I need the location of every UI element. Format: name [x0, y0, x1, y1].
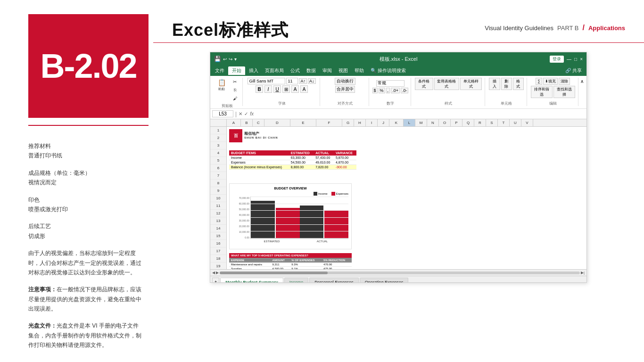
menu-page-layout[interactable]: 页面布局	[262, 67, 287, 74]
exp-pct-1: 9.3%	[289, 263, 322, 267]
cut-button[interactable]: ✂	[230, 78, 240, 85]
cell-reference-input[interactable]	[212, 110, 233, 117]
logo-box: 百	[229, 129, 242, 142]
format-painter-button[interactable]: 🖌	[230, 95, 240, 102]
tab-monthly-budget[interactable]: Monthly Budget Summary	[220, 278, 283, 283]
clear-button[interactable]: 清除	[559, 78, 570, 85]
sheet-logo: 百 顺佰地产 SHUN BAI DI CHAN	[229, 129, 278, 142]
autosum-button[interactable]: ∑	[536, 78, 542, 85]
paste-button[interactable]: 📋 粘贴	[215, 78, 229, 93]
row-6: 6	[210, 165, 226, 172]
insert-cell-button[interactable]: 插入	[489, 78, 500, 90]
row-5: 5	[210, 157, 226, 165]
note-label: 注意事项：	[28, 286, 57, 293]
horizontal-scrollbar[interactable]: ◀ ▶ ▶|	[210, 269, 586, 276]
decrease-decimal-button[interactable]: .0-	[401, 88, 409, 93]
actual-income: 57,430.00	[314, 156, 334, 160]
menu-insert[interactable]: 插入	[246, 67, 261, 74]
minimize-button[interactable]: —	[567, 57, 571, 62]
visual-note: 由于人的视觉偏差，当标志缩放到一定程度时，人们会对标志产生一定的视觉误差，通过对…	[28, 248, 141, 277]
menu-file[interactable]: 文件	[212, 67, 227, 74]
titlebar-right: 登录 — □ ×	[550, 56, 583, 63]
close-button[interactable]: ×	[580, 57, 583, 62]
function-icon: ✕	[239, 111, 242, 116]
chart-title: BUDGET OVERVIEW	[232, 187, 348, 190]
col-header-estimated: ESTIMATED	[289, 150, 314, 156]
item-expenses: Expenses	[229, 160, 289, 165]
scrollbar-track[interactable]	[220, 272, 580, 274]
menu-formulas[interactable]: 公式	[288, 67, 303, 74]
cell-styles-button[interactable]: 单元格样式	[460, 78, 482, 90]
font-shrink-button[interactable]: A↓	[308, 78, 316, 84]
menu-help[interactable]: 帮助	[352, 67, 367, 74]
col-N: N	[427, 119, 439, 126]
disc-label: 光盘文件：	[28, 322, 57, 329]
col-header-variance: VARIANCE	[334, 150, 356, 156]
format-table-button[interactable]: 套用表格格式	[434, 78, 460, 90]
menu-data[interactable]: 数据	[304, 67, 319, 74]
border-button[interactable]: ⊞	[282, 85, 290, 93]
column-headers: A B C D E F G H I J K L M N O P Q R S T	[210, 119, 586, 127]
format-cell-button[interactable]: 格式	[513, 78, 524, 90]
number-label: 数字	[387, 101, 394, 106]
exp-col-expense: EXPENSE	[229, 258, 271, 263]
scroll-end-arrow[interactable]: ▶|	[581, 271, 585, 275]
font-grow-button[interactable]: A↑	[299, 78, 307, 84]
italic-button[interactable]: I	[264, 85, 272, 93]
sheet-visual[interactable]: 百 顺佰地产 SHUN BAI DI CHAN BUDGET ITEMS	[227, 127, 586, 269]
menu-view[interactable]: 视图	[336, 67, 351, 74]
login-button[interactable]: 登录	[550, 56, 564, 63]
col-L: L	[404, 119, 415, 126]
scrollbar-thumb[interactable]	[220, 272, 328, 274]
bar-group-estimated	[251, 201, 300, 239]
increase-decimal-button[interactable]: .0+	[391, 88, 400, 93]
formula-divider: |	[235, 111, 237, 117]
formula-input[interactable]	[256, 111, 585, 116]
logo-name: 顺佰地产	[244, 132, 278, 136]
currency-button[interactable]: $	[372, 88, 378, 93]
ribbon-collapse-button[interactable]: ∧	[580, 79, 584, 84]
underline-button[interactable]: U	[273, 85, 281, 93]
font-color-button[interactable]: A	[300, 85, 308, 93]
new-sheet-button[interactable]: +	[212, 278, 219, 283]
y-label-2: 20,000.00	[239, 225, 249, 228]
variance-expenses: 4,870.00	[334, 160, 356, 165]
fill-color-button[interactable]: A	[291, 85, 299, 93]
legend-income-dot	[314, 192, 317, 196]
scroll-right-arrow[interactable]: ▶	[216, 271, 219, 275]
wrap-text-button[interactable]: 自动换行	[335, 78, 355, 85]
col-P: P	[451, 119, 462, 126]
copy-button[interactable]: ⎘	[230, 86, 240, 94]
tab-operating[interactable]: Operating Expenses	[360, 278, 409, 283]
exp-pct-2: 9.1%	[289, 267, 322, 270]
editing-group: ∑ ⬇填充 清除 排序和筛选 查找和选择 编辑	[529, 78, 578, 106]
comma-button[interactable]: ,	[386, 88, 390, 93]
number-format-input[interactable]	[376, 80, 405, 87]
tab-personnel[interactable]: Personnel Expenses	[309, 278, 359, 283]
scroll-left-arrow[interactable]: ◀	[212, 271, 215, 275]
tab-income[interactable]: Income	[284, 278, 309, 283]
bold-button[interactable]: B	[256, 85, 263, 93]
sort-filter-button[interactable]: 排序和筛选	[531, 86, 553, 98]
menu-start[interactable]: 开始	[228, 66, 245, 75]
conditional-format-button[interactable]: 条件格式	[415, 78, 433, 90]
size-label2: 视情况而定	[28, 178, 141, 187]
col-header-items: BUDGET ITEMS	[229, 150, 289, 156]
row-2: 2	[210, 134, 226, 142]
fx-label: fx	[250, 111, 254, 116]
estimated-balance: 8,800.00	[289, 165, 314, 170]
percent-button[interactable]: %	[379, 88, 385, 93]
color-label1: 印色	[28, 195, 141, 205]
font-name-input[interactable]	[248, 78, 285, 84]
font-size-input[interactable]	[286, 78, 298, 84]
exp-amount-1: 9,311	[271, 263, 290, 267]
menu-search[interactable]: 🔍 操作说明搜索	[368, 67, 409, 74]
menu-review[interactable]: 审阅	[320, 67, 335, 74]
merge-button[interactable]: 合并居中	[335, 86, 355, 93]
col-header-actual: ACTUAL	[314, 150, 334, 156]
share-button[interactable]: 🔗 共享	[562, 67, 585, 74]
fill-button[interactable]: ⬇填充	[543, 78, 558, 85]
delete-cell-button[interactable]: 删除	[501, 78, 512, 90]
maximize-button[interactable]: □	[574, 57, 577, 62]
find-select-button[interactable]: 查找和选择	[553, 86, 575, 98]
